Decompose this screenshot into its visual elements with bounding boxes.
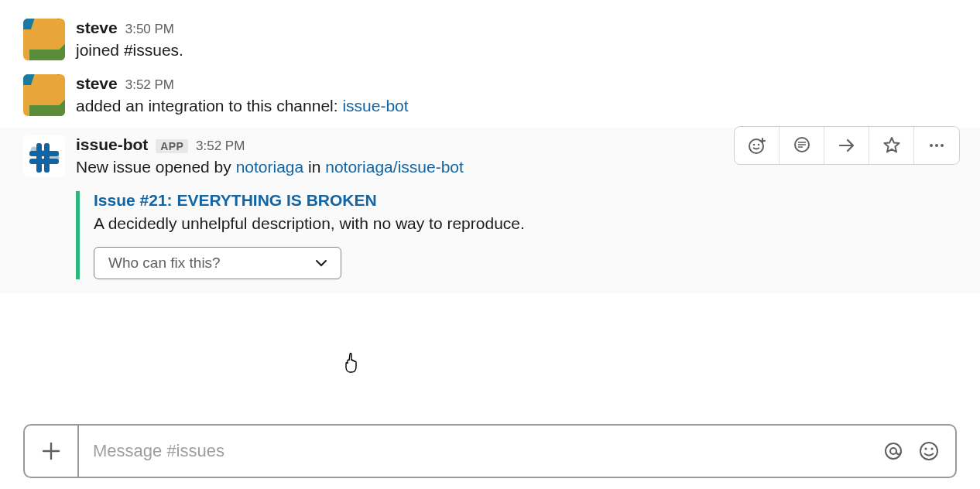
assignee-select[interactable]: Who can fix this? xyxy=(94,247,341,279)
svg-point-7 xyxy=(757,144,759,146)
channel-name: #issues xyxy=(124,41,179,59)
message-text: added an integration to this channel: is… xyxy=(76,94,957,118)
svg-point-15 xyxy=(924,447,927,450)
message: steve 3:52 PM added an integration to th… xyxy=(23,71,957,121)
message-author[interactable]: steve xyxy=(76,74,118,93)
svg-point-6 xyxy=(752,144,755,146)
react-button[interactable] xyxy=(735,127,780,164)
star-icon xyxy=(882,135,902,156)
text-segment: in xyxy=(303,158,325,176)
attach-button[interactable] xyxy=(25,426,79,477)
message-input[interactable] xyxy=(79,426,882,477)
user-link[interactable]: notoriaga xyxy=(236,158,304,176)
attachment-description: A decidedly unhelpful description, with … xyxy=(94,214,957,233)
svg-point-13 xyxy=(890,448,896,454)
thread-button[interactable] xyxy=(780,127,824,164)
at-icon xyxy=(882,440,904,462)
message-author[interactable]: issue-bot xyxy=(76,135,148,154)
message-composer xyxy=(23,424,957,478)
svg-rect-2 xyxy=(36,143,42,173)
message-time: 3:52 PM xyxy=(196,138,245,154)
cursor-pointer-icon xyxy=(342,352,364,375)
message-time: 3:50 PM xyxy=(125,22,174,37)
avatar[interactable] xyxy=(23,135,65,177)
message-author[interactable]: steve xyxy=(76,19,118,37)
avatar[interactable] xyxy=(23,74,65,116)
more-icon xyxy=(927,136,947,155)
share-arrow-icon xyxy=(837,136,857,155)
text-segment: New issue opened by xyxy=(76,158,236,176)
bot-avatar-icon xyxy=(23,135,65,177)
composer-actions xyxy=(882,426,955,477)
message-text: joined #issues. xyxy=(76,39,957,62)
star-button[interactable] xyxy=(869,127,914,164)
mention-button[interactable] xyxy=(882,440,904,462)
avatar[interactable] xyxy=(23,19,65,60)
message-actions xyxy=(734,126,960,165)
message-list: steve 3:50 PM joined #issues. steve 3:52… xyxy=(0,0,980,293)
app-badge: APP xyxy=(156,139,188,153)
thread-icon xyxy=(793,136,811,155)
attachment-title[interactable]: Issue #21: EVERYTHING IS BROKEN xyxy=(94,191,957,210)
chevron-down-icon xyxy=(316,257,327,269)
text-segment: . xyxy=(179,41,183,59)
svg-point-16 xyxy=(930,447,933,450)
svg-point-11 xyxy=(941,144,944,147)
select-label: Who can fix this? xyxy=(108,255,221,272)
message: issue-bot APP 3:52 PM New issue opened b… xyxy=(0,128,980,293)
emoji-button[interactable] xyxy=(918,440,940,462)
attachment: Issue #21: EVERYTHING IS BROKEN A decide… xyxy=(76,191,957,279)
message-body: steve 3:50 PM joined #issues. xyxy=(76,19,957,62)
svg-point-10 xyxy=(935,144,938,147)
svg-point-9 xyxy=(930,144,933,147)
text-segment: joined xyxy=(76,41,124,59)
message-body: steve 3:52 PM added an integration to th… xyxy=(76,74,957,118)
emoji-add-icon xyxy=(747,135,767,156)
text-segment: added an integration to this channel: xyxy=(76,97,342,115)
repo-link[interactable]: notoriaga/issue-bot xyxy=(325,158,464,176)
smile-icon xyxy=(918,440,940,462)
svg-point-14 xyxy=(920,443,937,460)
svg-point-12 xyxy=(886,443,901,459)
plus-icon xyxy=(40,440,62,462)
share-button[interactable] xyxy=(824,127,869,164)
message: steve 3:50 PM joined #issues. xyxy=(23,15,957,65)
more-button[interactable] xyxy=(914,127,959,164)
integration-link[interactable]: issue-bot xyxy=(342,97,408,115)
message-time: 3:52 PM xyxy=(125,77,174,93)
